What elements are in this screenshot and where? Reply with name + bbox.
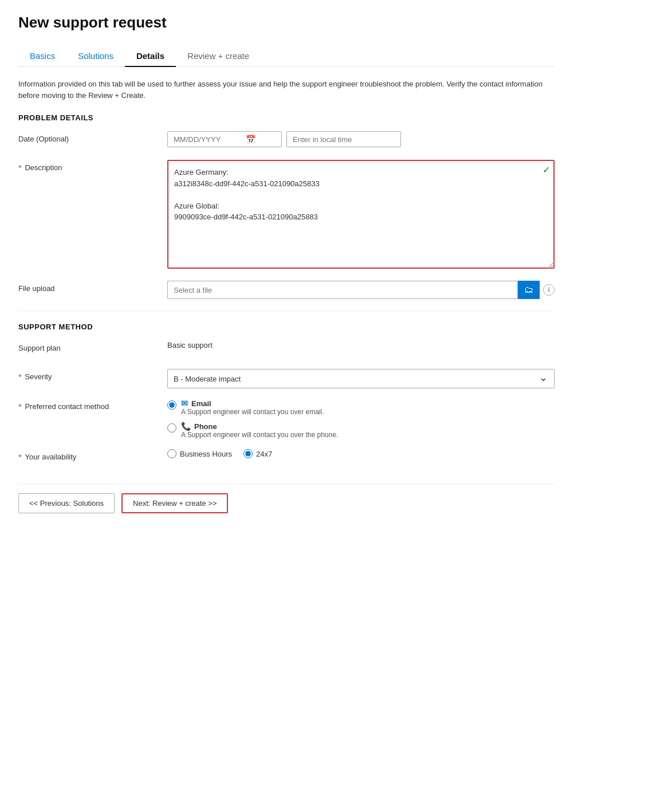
severity-select[interactable]: A - Critical impact B - Moderate impact …	[167, 369, 555, 388]
description-label: * Description	[18, 160, 167, 172]
email-desc: A Support engineer will contact you over…	[181, 408, 324, 416]
contact-email-label[interactable]: ✉ Email A Support engineer will contact …	[181, 399, 324, 416]
support-plan-label: Support plan	[18, 340, 167, 352]
availability-required-star: *	[18, 453, 21, 462]
severity-label: * Severity	[18, 369, 167, 382]
date-input[interactable]	[174, 135, 242, 144]
file-browse-button[interactable]: 🗂	[518, 281, 540, 299]
file-upload-row: File upload 🗂 i	[18, 281, 555, 299]
folder-icon: 🗂	[524, 285, 533, 295]
phone-desc: A Support engineer will contact you over…	[181, 431, 338, 439]
availability-business-radio[interactable]	[167, 449, 176, 458]
tab-details[interactable]: Details	[125, 45, 176, 66]
availability-business-option: Business Hours	[167, 449, 232, 458]
severity-row: * Severity A - Critical impact B - Moder…	[18, 369, 555, 388]
tab-bar: Basics Solutions Details Review + create	[18, 45, 555, 67]
severity-required-star: *	[18, 372, 21, 382]
phone-icon: 📞	[181, 422, 191, 431]
contact-radio-group: ✉ Email A Support engineer will contact …	[167, 399, 555, 439]
description-textarea[interactable]	[167, 160, 555, 269]
checkmark-icon: ✓	[543, 164, 550, 175]
date-input-wrapper[interactable]: 📅	[167, 131, 282, 147]
tab-solutions[interactable]: Solutions	[66, 45, 125, 66]
support-method-header: SUPPORT METHOD	[18, 323, 555, 331]
contact-email-item: ✉ Email A Support engineer will contact …	[167, 399, 555, 416]
contact-required-star: *	[18, 402, 21, 411]
date-label: Date (Optional)	[18, 131, 167, 143]
support-plan-row: Support plan Basic support	[18, 340, 555, 359]
contact-phone-label[interactable]: 📞 Phone A Support engineer will contact …	[181, 422, 338, 439]
availability-business-label[interactable]: Business Hours	[180, 450, 232, 458]
contact-email-radio[interactable]	[167, 400, 176, 410]
file-input[interactable]	[167, 281, 518, 299]
availability-allday-label[interactable]: 24x7	[256, 450, 272, 458]
availability-label: * Your availability	[18, 449, 167, 462]
availability-allday-radio[interactable]	[243, 449, 253, 458]
availability-options: Business Hours 24x7	[167, 449, 555, 458]
tab-description: Information provided on this tab will be…	[18, 78, 555, 101]
time-input[interactable]	[286, 131, 401, 147]
info-icon[interactable]: i	[543, 284, 555, 296]
file-upload-label: File upload	[18, 281, 167, 293]
calendar-icon: 📅	[246, 135, 256, 144]
contact-phone-item: 📞 Phone A Support engineer will contact …	[167, 422, 555, 439]
availability-allday-option: 24x7	[243, 449, 272, 458]
email-icon: ✉	[181, 399, 188, 408]
description-row: * Description ✓	[18, 160, 555, 270]
support-plan-value: Basic support	[167, 337, 213, 349]
contact-method-row: * Preferred contact method ✉ Email A Sup…	[18, 399, 555, 439]
page-title: New support request	[18, 14, 555, 32]
tab-review[interactable]: Review + create	[176, 45, 261, 66]
contact-method-label: * Preferred contact method	[18, 399, 167, 411]
description-required-star: *	[18, 163, 21, 172]
next-button[interactable]: Next: Review + create >>	[121, 493, 228, 513]
section-divider	[18, 311, 555, 311]
problem-details-header: PROBLEM DETAILS	[18, 113, 555, 122]
footer-buttons: << Previous: Solutions Next: Review + cr…	[18, 484, 555, 513]
prev-button[interactable]: << Previous: Solutions	[18, 493, 115, 513]
contact-phone-radio[interactable]	[167, 423, 176, 433]
date-row: Date (Optional) 📅	[18, 131, 555, 150]
availability-row: * Your availability Business Hours 24x7	[18, 449, 555, 467]
tab-basics[interactable]: Basics	[18, 45, 66, 66]
